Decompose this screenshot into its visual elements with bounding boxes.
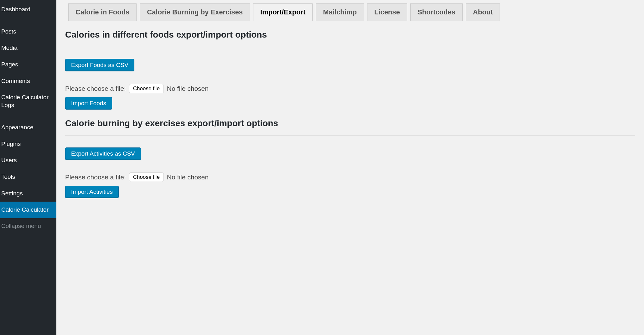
tab-mailchimp[interactable]: Mailchimp [316,3,364,21]
foods-section: Export Foods as CSV Please choose a file… [65,47,635,110]
sidebar-item-calorie-calculator[interactable]: Calorie Calculator [0,202,56,218]
activities-file-row: Please choose a file: Choose file No fil… [65,173,635,182]
tab-about[interactable]: About [466,3,500,21]
sidebar-item-users[interactable]: Users [0,152,56,169]
export-foods-button[interactable]: Export Foods as CSV [65,59,134,71]
activities-choose-file-button[interactable]: Choose file [129,173,164,182]
foods-file-row: Please choose a file: Choose file No fil… [65,84,635,93]
main-content: Calorie in Foods Calorie Burning by Exer… [56,0,644,335]
activities-file-prompt: Please choose a file: [65,173,126,181]
tab-import-export[interactable]: Import/Export [253,3,313,21]
sidebar-item-plugins[interactable]: Plugins [0,136,56,152]
sidebar-item-appearance[interactable]: Appearance [0,119,56,136]
foods-file-status: No file chosen [167,85,209,92]
activities-section-title: Calorie burning by exercises export/impo… [65,118,635,136]
sidebar-item-calorie-logs[interactable]: Calorie Calculator Logs [0,89,56,113]
sidebar-item-pages[interactable]: Pages [0,56,56,73]
export-activities-button[interactable]: Export Activities as CSV [65,147,141,160]
tab-shortcodes[interactable]: Shortcodes [410,3,463,21]
sidebar-item-dashboard[interactable]: Dashboard [0,1,56,18]
foods-file-prompt: Please choose a file: [65,85,126,92]
sidebar-item-comments[interactable]: Comments [0,73,56,90]
tab-calorie-in-foods[interactable]: Calorie in Foods [68,3,137,21]
import-foods-button[interactable]: Import Foods [65,97,112,110]
collapse-menu[interactable]: Collapse menu [0,218,56,234]
activities-file-status: No file chosen [167,173,209,181]
sidebar-item-posts[interactable]: Posts [0,23,56,40]
admin-sidebar: Dashboard Posts Media Pages Comments Cal… [0,0,56,335]
activities-section: Export Activities as CSV Please choose a… [65,136,635,198]
foods-choose-file-button[interactable]: Choose file [129,84,164,93]
settings-tabs: Calorie in Foods Calorie Burning by Exer… [65,3,635,21]
foods-section-title: Calories in different foods export/impor… [65,30,635,47]
import-activities-button[interactable]: Import Activities [65,186,119,198]
sidebar-item-tools[interactable]: Tools [0,169,56,185]
tab-license[interactable]: License [367,3,407,21]
sidebar-item-media[interactable]: Media [0,40,56,56]
sidebar-item-settings[interactable]: Settings [0,185,56,202]
tab-calorie-burning-exercises[interactable]: Calorie Burning by Exercises [140,3,250,21]
